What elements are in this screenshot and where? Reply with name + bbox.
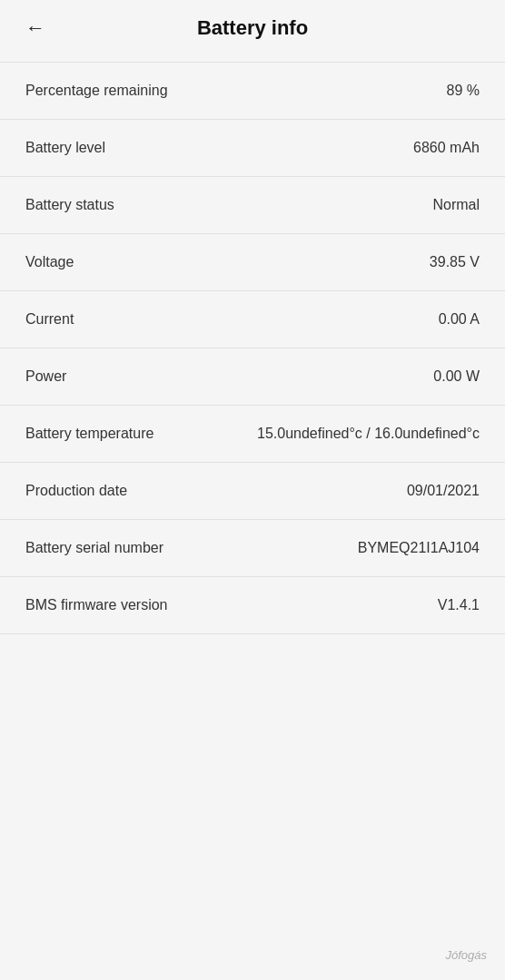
- row-label: Current: [25, 311, 74, 328]
- row-value: 0.00 A: [439, 311, 480, 328]
- table-row: Current0.00 A: [0, 291, 505, 348]
- row-label: Battery status: [25, 197, 114, 213]
- row-label: Battery temperature: [25, 426, 153, 442]
- row-value: 15.0undefined°c / 16.0undefined°c: [257, 426, 480, 442]
- row-value: Normal: [432, 197, 480, 213]
- row-value: 89 %: [447, 83, 480, 99]
- row-label: Percentage remaining: [25, 83, 168, 99]
- back-button[interactable]: ←: [18, 15, 53, 42]
- table-row: Voltage39.85 V: [0, 234, 505, 291]
- row-value: V1.4.1: [438, 597, 480, 613]
- table-row: Battery serial numberBYMEQ21I1AJ104: [0, 520, 505, 577]
- row-label: BMS firmware version: [25, 597, 167, 613]
- table-row: Battery temperature15.0undefined°c / 16.…: [0, 406, 505, 463]
- row-label: Battery level: [25, 140, 105, 156]
- watermark: Jófogás: [0, 934, 505, 980]
- row-label: Battery serial number: [25, 540, 163, 556]
- row-label: Production date: [25, 483, 127, 499]
- row-value: 0.00 W: [433, 368, 480, 385]
- row-value: 09/01/2021: [407, 483, 480, 499]
- row-value: 6860 mAh: [413, 140, 480, 156]
- page-title: Battery info: [197, 16, 308, 40]
- table-row: Battery statusNormal: [0, 177, 505, 234]
- table-row: Percentage remaining89 %: [0, 62, 505, 120]
- table-row: Production date09/01/2021: [0, 463, 505, 520]
- table-row: Battery level6860 mAh: [0, 120, 505, 177]
- row-value: 39.85 V: [430, 254, 480, 270]
- row-label: Power: [25, 368, 66, 385]
- row-label: Voltage: [25, 254, 74, 270]
- header: ← Battery info: [0, 0, 505, 53]
- screen: ← Battery info Percentage remaining89 %B…: [0, 0, 505, 980]
- table-row: Power0.00 W: [0, 348, 505, 406]
- table-row: BMS firmware versionV1.4.1: [0, 577, 505, 634]
- row-value: BYMEQ21I1AJ104: [358, 540, 480, 556]
- content: Percentage remaining89 %Battery level686…: [0, 53, 505, 934]
